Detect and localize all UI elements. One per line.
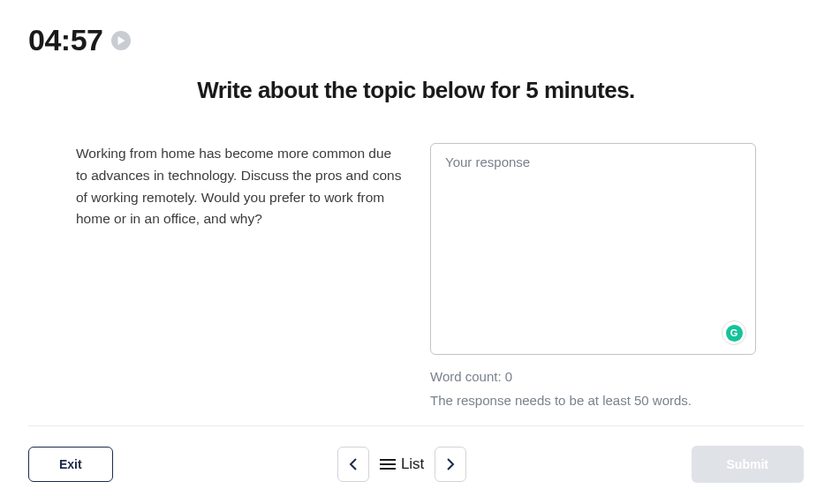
- chevron-left-icon: [349, 457, 358, 471]
- response-textarea-container: G: [430, 143, 756, 355]
- list-button[interactable]: List: [380, 455, 424, 473]
- word-count-label: Word count: 0: [430, 369, 756, 384]
- nav-prev-button[interactable]: [337, 447, 369, 482]
- play-icon: [117, 36, 125, 45]
- grammarly-icon: G: [726, 325, 743, 342]
- list-button-label: List: [401, 455, 424, 473]
- timer-play-button[interactable]: [111, 31, 131, 50]
- instruction-heading: Write about the topic below for 5 minute…: [28, 77, 804, 104]
- grammarly-badge[interactable]: G: [722, 320, 746, 345]
- min-words-requirement: The response needs to be at least 50 wor…: [430, 393, 756, 408]
- timer-display: 04:57: [28, 23, 102, 57]
- chevron-right-icon: [446, 457, 455, 471]
- exit-button[interactable]: Exit: [28, 447, 113, 482]
- prompt-text: Working from home has become more common…: [76, 143, 402, 408]
- response-textarea[interactable]: [445, 154, 741, 343]
- nav-next-button[interactable]: [435, 447, 466, 482]
- submit-button[interactable]: Submit: [692, 446, 804, 483]
- list-icon: [380, 457, 396, 471]
